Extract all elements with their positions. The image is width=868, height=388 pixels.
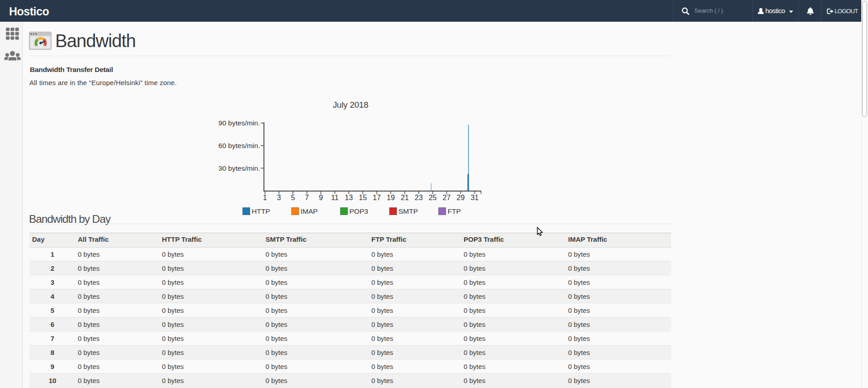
svg-text:31: 31 — [470, 194, 479, 201]
svg-text:23: 23 — [415, 194, 423, 201]
svg-text:30 bytes/min.: 30 bytes/min. — [218, 164, 260, 172]
svg-text:POP3: POP3 — [350, 207, 368, 215]
svg-text:29: 29 — [457, 194, 465, 201]
svg-text:17: 17 — [373, 194, 381, 201]
svg-text:19: 19 — [387, 194, 395, 201]
svg-text:15: 15 — [359, 194, 367, 201]
svg-text:HTTP: HTTP — [252, 207, 270, 215]
svg-text:July 2018: July 2018 — [333, 100, 369, 110]
svg-text:5: 5 — [291, 194, 295, 201]
svg-text:25: 25 — [429, 194, 437, 201]
svg-text:9: 9 — [319, 194, 323, 201]
svg-text:FTP: FTP — [448, 207, 461, 215]
svg-text:IMAP: IMAP — [301, 207, 318, 215]
svg-text:1: 1 — [263, 194, 267, 201]
svg-text:3: 3 — [277, 194, 281, 201]
svg-text:7: 7 — [305, 194, 309, 201]
svg-text:SMTP: SMTP — [398, 207, 418, 215]
svg-text:11: 11 — [331, 194, 339, 201]
svg-text:13: 13 — [345, 194, 353, 201]
svg-text:21: 21 — [401, 194, 409, 201]
svg-text:27: 27 — [443, 194, 451, 201]
svg-text:90 bytes/min.: 90 bytes/min. — [218, 119, 260, 127]
svg-text:60 bytes/min.: 60 bytes/min. — [218, 142, 260, 149]
